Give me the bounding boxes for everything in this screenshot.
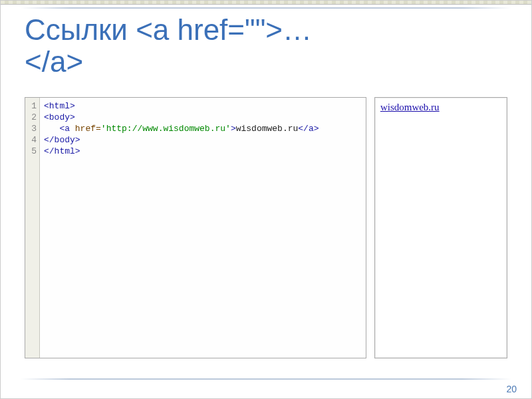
slide: Ссылки <a href="">… </a> 1 2 3 4 5 <html… xyxy=(0,0,532,399)
content-panels: 1 2 3 4 5 <html> <body> <a href='http://… xyxy=(25,97,507,358)
line-number: 5 xyxy=(25,146,37,157)
code-editor-panel: 1 2 3 4 5 <html> <body> <a href='http://… xyxy=(25,97,366,358)
code-tag: </html> xyxy=(44,146,80,156)
line-number: 2 xyxy=(25,112,37,123)
preview-panel: wisdomweb.ru xyxy=(374,97,507,358)
code-string: 'http://www.wisdomweb.ru' xyxy=(101,124,231,134)
line-number: 4 xyxy=(25,134,37,146)
code-tag: > xyxy=(231,124,236,134)
slide-number: 20 xyxy=(506,384,517,394)
code-tag: </body> xyxy=(44,135,80,145)
line-number: 3 xyxy=(25,123,37,134)
decoration-line-bottom xyxy=(21,378,511,380)
code-attr: href= xyxy=(75,124,101,134)
line-number-gutter: 1 2 3 4 5 xyxy=(25,98,40,358)
line-number: 1 xyxy=(25,100,37,112)
code-tag: <html> xyxy=(44,101,75,111)
ruler-top xyxy=(1,1,531,5)
decoration-line-top xyxy=(21,7,511,9)
code-area: <html> <body> <a href='http://www.wisdom… xyxy=(40,98,366,358)
code-tag: </a> xyxy=(298,124,319,134)
code-tag: <body> xyxy=(44,112,75,122)
slide-title: Ссылки <a href="">… </a> xyxy=(25,14,507,78)
code-text: wisdomweb.ru xyxy=(236,124,299,134)
preview-link[interactable]: wisdomweb.ru xyxy=(380,102,440,112)
code-tag: <a xyxy=(59,124,74,134)
code-indent xyxy=(44,124,59,134)
